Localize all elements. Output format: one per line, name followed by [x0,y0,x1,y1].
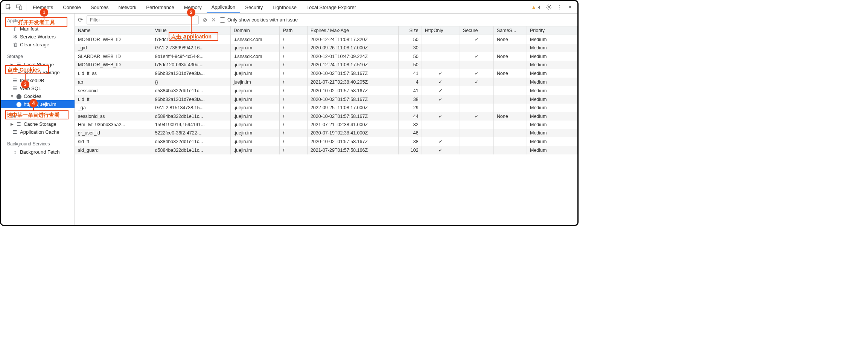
warning-number: 4 [538,5,541,10]
annotation-badge-3: 3 [21,80,29,89]
cookie-icon: ⬤ [16,102,21,107]
warning-icon: ▲ [531,4,536,10]
sidebar-item-cache-storage[interactable]: ▶☰Cache Storage [1,120,75,128]
refresh-icon[interactable]: ⟳ [78,16,83,23]
tab-performance[interactable]: Performance [141,1,179,13]
tab-lighthouse[interactable]: Lighthouse [268,1,302,13]
chevron-down-icon: ▼ [10,94,14,98]
sidebar-item-application-cache[interactable]: ☰Application Cache [1,128,75,136]
table-row[interactable]: sid_ttd5884ba322db1e11c....juejin.im/202… [75,137,577,146]
sidebar-item-cookies[interactable]: ▼⬤Cookies [1,92,75,100]
tab-application[interactable]: Application [207,1,241,13]
table-row[interactable]: gr_user_id5222fce0-36f2-4722-....juejin.… [75,129,577,137]
table-row[interactable]: SLARDAR_WEB_ID9b1e4ff4-9c9f-4c54-8....i.… [75,52,577,61]
database-icon: ☰ [16,122,21,127]
inspect-icon[interactable] [3,2,14,12]
only-issue-checkbox[interactable]: Only show cookies with an issue [220,17,298,23]
annotation-text-1: 打开开发者工具 [18,19,55,26]
svg-rect-2 [20,6,22,10]
sidebar-item-clear-storage[interactable]: 🗑Clear storage [1,41,75,49]
sidebar-item-background-fetch[interactable]: ↕Background Fetch [1,148,75,156]
table-row[interactable]: _gaGA1.2.815134738.15....juejin.im/2022-… [75,104,577,112]
database-icon: ☰ [12,78,18,83]
settings-icon[interactable] [544,2,554,12]
sidebar-item-service-workers[interactable]: ✻Service Workers [1,33,75,41]
devtools-topbar: Elements Console Sources Network Perform… [1,1,577,14]
col-domain[interactable]: Domain [230,26,280,35]
table-row[interactable]: MONITOR_WEB_IDf78dc120-b63b-430c-....i.s… [75,35,577,44]
sidebar-item-cookie-origin[interactable]: ⬤https://juejin.im [1,100,75,108]
table-row[interactable]: sessionid_ssd5884ba322db1e11c....juejin.… [75,112,577,121]
table-row[interactable]: _gidGA1.2.738998942.16....juejin.im/2020… [75,44,577,52]
main-split: Application ▯Manifest ✻Service Workers 🗑… [1,14,577,225]
table-row[interactable]: MONITOR_WEB_IDf78dc120-b63b-430c-....jue… [75,61,577,69]
table-row[interactable]: uid_tt96bb32a1301d7ee3fa....juejin.im/20… [75,95,577,104]
database-icon: ☰ [12,86,18,91]
annotation-badge-1: 1 [40,8,48,17]
col-name[interactable]: Name [75,26,152,35]
device-icon[interactable] [14,2,24,12]
table-row[interactable]: sessionidd5884ba322db1e11c....juejin.im/… [75,86,577,95]
gear-icon: ✻ [12,34,18,40]
sidebar-item-indexeddb[interactable]: ☰IndexedDB [1,76,75,84]
table-header-row: Name Value Domain Path Expires / Max-Age… [75,26,577,35]
cookies-toolbar: ⟳ ⊘ ✕ Only show cookies with an issue [75,14,577,26]
separator [26,3,26,11]
cookie-icon: ⬤ [16,94,21,99]
cookies-table[interactable]: Name Value Domain Path Expires / Max-Age… [75,26,577,225]
col-expires[interactable]: Expires / Max-Age [307,26,398,35]
annotation-badge-4: 4 [29,99,38,107]
sidebar-item-websql[interactable]: ☰Web SQL [1,84,75,92]
trash-icon: 🗑 [12,42,18,47]
annotation-text-2: 点击 Application [171,34,212,40]
tab-local-storage-explorer[interactable]: Local Storage Explorer [302,1,361,13]
filter-input[interactable] [87,15,199,24]
col-priority[interactable]: Priority [527,26,577,35]
col-httponly[interactable]: HttpOnly [422,26,460,35]
cookies-panel: ⟳ ⊘ ✕ Only show cookies with an issue Na… [75,14,577,225]
table-row[interactable]: Hm_lvt_93bbd335a2...1594190919,1594191..… [75,121,577,129]
close-icon[interactable]: ✕ [565,2,575,12]
annotation-text-3: 点击 Cookies [8,67,40,73]
warning-count[interactable]: ▲4 [531,4,541,10]
table-row[interactable]: sid_guardd5884ba322db1e11c....juejin.im/… [75,146,577,154]
col-secure[interactable]: Secure [460,26,493,35]
table-row[interactable]: uid_tt_ss96bb32a1301d7ee3fa....juejin.im… [75,69,577,78]
group-background-services: Background Services [1,139,75,148]
annotation-badge-2: 2 [187,8,195,17]
col-path[interactable]: Path [280,26,308,35]
clear-all-icon[interactable]: ⊘ [203,17,207,23]
tab-sources[interactable]: Sources [86,1,114,13]
col-size[interactable]: Size [398,26,422,35]
appcache-icon: ☰ [12,130,18,135]
tab-console[interactable]: Console [58,1,86,13]
delete-icon[interactable]: ✕ [211,17,216,23]
table-row[interactable]: ab{}juejin.im/2021-07-21T02:38:40.205Z4✓… [75,78,577,86]
tab-security[interactable]: Security [240,1,268,13]
annotation-text-4: 选中某一条目进行查看 [7,112,59,119]
col-samesite[interactable]: SameS... [493,26,527,35]
more-icon[interactable]: ⋮ [554,2,565,12]
svg-point-3 [548,6,550,8]
tab-network[interactable]: Network [114,1,142,13]
chevron-right-icon: ▶ [10,122,14,126]
group-storage: Storage [1,52,75,61]
bgfetch-icon: ↕ [12,150,18,155]
